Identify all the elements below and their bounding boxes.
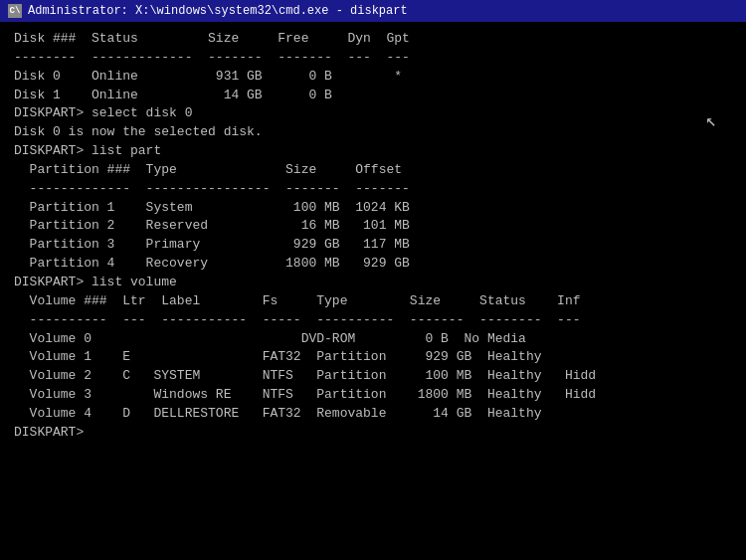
terminal-line-disk-sep: -------- ------------- ------- ------- -…: [14, 49, 732, 68]
terminal-window: Disk ### Status Size Free Dyn Gpt-------…: [0, 22, 746, 560]
terminal-line-disk1: Disk 1 Online 14 GB 0 B: [14, 87, 732, 105]
terminal-line-disk-header: Disk ### Status Size Free Dyn Gpt: [14, 30, 732, 49]
terminal-line-vol-sep: ---------- --- ----------- ----- -------…: [14, 311, 732, 330]
terminal-line-cmd-prompt: DISKPART>: [14, 424, 732, 443]
terminal-line-vol4: Volume 4 D DELLRESTORE FAT32 Removable 1…: [14, 405, 732, 424]
terminal-line-disk0: Disk 0 Online 931 GB 0 B *: [14, 68, 732, 87]
terminal-line-part-sep: ------------- ---------------- ------- -…: [14, 180, 732, 199]
terminal-line-cmd-list-part: DISKPART> list part: [14, 142, 732, 161]
terminal-line-vol0: Volume 0 DVD-ROM 0 B No Media: [14, 330, 732, 349]
terminal-line-part3: Partition 3 Primary 929 GB 117 MB: [14, 236, 732, 255]
cmd-icon: C\: [8, 4, 22, 18]
title-text: Administrator: X:\windows\system32\cmd.e…: [28, 4, 408, 18]
terminal-line-vol2: Volume 2 C SYSTEM NTFS Partition 100 MB …: [14, 367, 732, 386]
terminal-line-selected-msg: Disk 0 is now the selected disk.: [14, 123, 732, 142]
terminal-line-part-header: Partition ### Type Size Offset: [14, 161, 732, 180]
terminal-line-cmd-list-vol: DISKPART> list volume: [14, 274, 732, 292]
terminal-line-part2: Partition 2 Reserved 16 MB 101 MB: [14, 217, 732, 236]
terminal-line-vol3: Volume 3 Windows RE NTFS Partition 1800 …: [14, 386, 732, 405]
title-bar: C\ Administrator: X:\windows\system32\cm…: [0, 0, 746, 22]
terminal-line-vol1: Volume 1 E FAT32 Partition 929 GB Health…: [14, 348, 732, 367]
terminal-line-part1: Partition 1 System 100 MB 1024 KB: [14, 199, 732, 218]
terminal-line-cmd-select: DISKPART> select disk 0: [14, 104, 732, 123]
terminal-line-part4: Partition 4 Recovery 1800 MB 929 GB: [14, 255, 732, 274]
cursor-arrow: ↖: [705, 109, 716, 131]
terminal-line-vol-header: Volume ### Ltr Label Fs Type Size Status…: [14, 292, 732, 311]
